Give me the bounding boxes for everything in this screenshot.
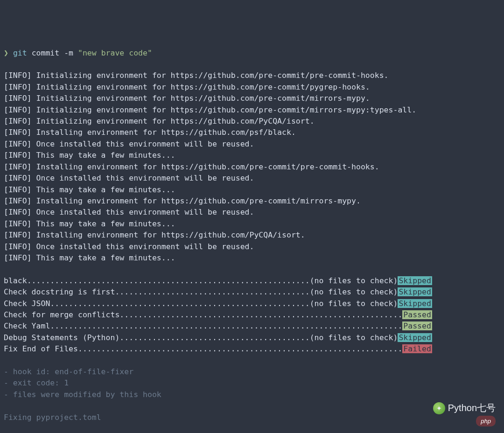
command-args: commit -m — [32, 49, 73, 57]
hook-line: Check for merge conflicts...............… — [4, 309, 500, 321]
info-line: [INFO] Initializing environment for http… — [4, 93, 500, 104]
command-git: git — [13, 49, 27, 57]
detail-line: - hook id: end-of-file-fixer — [4, 366, 500, 377]
status-badge: Skipped — [398, 333, 432, 342]
hooks-block-1: black...................................… — [4, 275, 500, 355]
hook-line: Debug Statements (Python)...............… — [4, 332, 500, 343]
failure-detail: - hook id: end-of-file-fixer- exit code:… — [4, 366, 500, 433]
hook-line: Check docstring is first................… — [4, 286, 500, 298]
info-line: [INFO] Installing environment for https:… — [4, 196, 500, 207]
info-block: [INFO] Initializing environment for http… — [4, 70, 500, 264]
detail-line: Fixing pyproject.toml — [4, 412, 500, 423]
info-line: [INFO] Installing environment for https:… — [4, 230, 500, 241]
info-line: [INFO] Once installed this environment w… — [4, 173, 500, 184]
status-badge: Passed — [402, 310, 432, 319]
command-line[interactable]: ❯ git commit -m "new brave code" — [4, 48, 500, 59]
status-badge: Skipped — [398, 299, 432, 308]
info-line: [INFO] This may take a few minutes... — [4, 150, 500, 161]
hook-line: Check Yaml..............................… — [4, 321, 500, 332]
info-line: [INFO] Once installed this environment w… — [4, 139, 500, 150]
info-line: [INFO] Once installed this environment w… — [4, 241, 500, 252]
detail-line: - exit code: 1 — [4, 377, 500, 389]
prompt-chevron: ❯ — [4, 49, 8, 57]
hook-line: Check JSON..............................… — [4, 298, 500, 309]
info-line: [INFO] Once installed this environment w… — [4, 207, 500, 218]
status-badge: Skipped — [398, 287, 432, 296]
status-badge: Failed — [402, 344, 432, 353]
detail-line — [4, 400, 500, 412]
info-line: [INFO] Initializing environment for http… — [4, 105, 500, 116]
info-line: [INFO] Initializing environment for http… — [4, 70, 500, 81]
info-line: [INFO] This may take a few minutes... — [4, 218, 500, 230]
hook-line: black...................................… — [4, 275, 500, 286]
hook-line: Fix End of Files........................… — [4, 343, 500, 355]
status-badge: Skipped — [398, 276, 432, 285]
info-line: [INFO] Installing environment for https:… — [4, 127, 500, 138]
info-line: [INFO] Initializing environment for http… — [4, 116, 500, 127]
info-line: [INFO] Initializing environment for http… — [4, 82, 500, 93]
detail-line — [4, 423, 500, 433]
info-line: [INFO] This may take a few minutes... — [4, 252, 500, 264]
status-badge: Passed — [402, 321, 432, 330]
detail-line: - files were modified by this hook — [4, 389, 500, 400]
info-line: [INFO] Installing environment for https:… — [4, 161, 500, 173]
command-string: "new brave code" — [78, 49, 152, 57]
info-line: [INFO] This may take a few minutes... — [4, 184, 500, 196]
